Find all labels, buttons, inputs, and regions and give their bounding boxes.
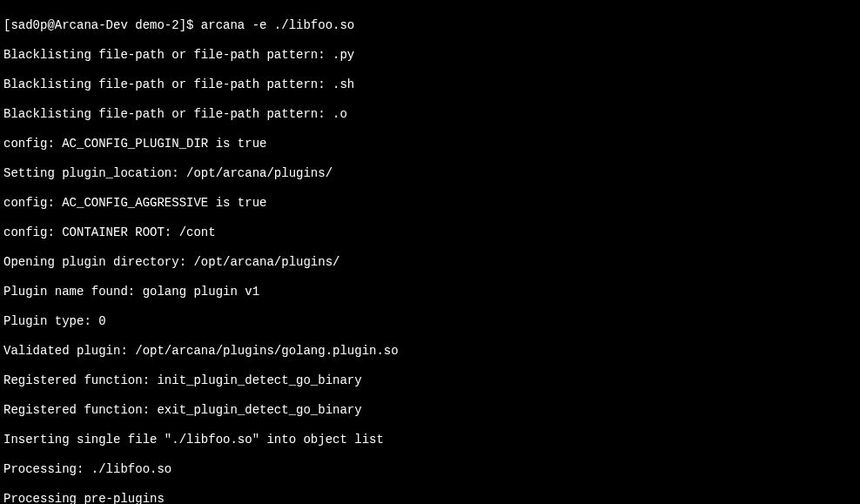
output-line: Inserting single file "./libfoo.so" into… — [3, 433, 857, 447]
output-line: Validated plugin: /opt/arcana/plugins/go… — [3, 344, 857, 359]
output-line: Setting plugin_location: /opt/arcana/plu… — [3, 166, 857, 181]
output-line: Registered function: exit_plugin_detect_… — [3, 403, 857, 418]
command-text: arcana -e ./libfoo.so — [201, 18, 354, 32]
output-line: config: CONTAINER ROOT: /cont — [3, 225, 857, 240]
shell-prompt: [sad0p@Arcana-Dev demo-2]$ — [3, 18, 201, 32]
output-line: Blacklisting file-path or file-path patt… — [3, 77, 857, 92]
output-line: Processing pre-plugins — [3, 492, 857, 504]
output-line: Plugin name found: golang plugin v1 — [3, 285, 857, 299]
output-line: Plugin type: 0 — [3, 314, 857, 329]
command-line: [sad0p@Arcana-Dev demo-2]$ arcana -e ./l… — [3, 18, 857, 33]
output-line: config: AC_CONFIG_PLUGIN_DIR is true — [3, 137, 857, 151]
output-line: Opening plugin directory: /opt/arcana/pl… — [3, 255, 857, 270]
terminal-output: [sad0p@Arcana-Dev demo-2]$ arcana -e ./l… — [3, 3, 857, 504]
output-line: Processing: ./libfoo.so — [3, 462, 857, 477]
output-line: config: AC_CONFIG_AGGRESSIVE is true — [3, 196, 857, 211]
output-line: Blacklisting file-path or file-path patt… — [3, 107, 857, 122]
output-line: Blacklisting file-path or file-path patt… — [3, 48, 857, 63]
output-line: Registered function: init_plugin_detect_… — [3, 373, 857, 388]
